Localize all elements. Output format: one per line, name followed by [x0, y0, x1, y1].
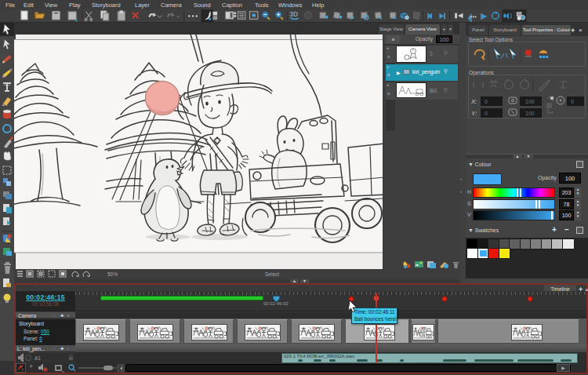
svg-text:0: 0 — [485, 111, 488, 116]
svg-text:0: 0 — [485, 99, 488, 104]
svg-text:A1: A1 — [34, 355, 41, 361]
svg-text:50%: 50% — [107, 271, 118, 277]
svg-text:Y:: Y: — [471, 110, 477, 117]
svg-text:100: 100 — [525, 99, 535, 104]
svg-text:Select: Select — [265, 271, 279, 277]
svg-text:100: 100 — [525, 111, 535, 116]
svg-text:3D: 3D — [289, 10, 298, 18]
svg-text:0: 0 — [571, 99, 574, 104]
svg-text:X:: X: — [470, 98, 477, 105]
